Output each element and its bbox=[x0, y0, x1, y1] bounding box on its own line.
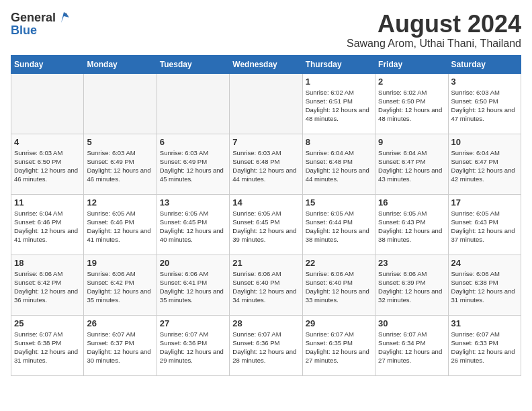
day-number: 18 bbox=[14, 258, 81, 268]
day-number: 23 bbox=[378, 258, 445, 268]
day-info: Sunrise: 6:04 AMSunset: 6:48 PMDaylight:… bbox=[306, 149, 369, 183]
table-row: 18 Sunrise: 6:06 AMSunset: 6:42 PMDaylig… bbox=[11, 255, 84, 315]
day-info: Sunrise: 6:06 AMSunset: 6:39 PMDaylight:… bbox=[378, 270, 442, 304]
logo-general: General bbox=[11, 11, 56, 24]
day-info: Sunrise: 6:07 AMSunset: 6:33 PMDaylight:… bbox=[451, 330, 515, 365]
day-number: 21 bbox=[232, 258, 299, 268]
calendar-subtitle: Sawang Arom, Uthai Thani, Thailand bbox=[347, 38, 521, 50]
day-number: 27 bbox=[160, 318, 226, 328]
table-row: 11 Sunrise: 6:04 AMSunset: 6:46 PMDaylig… bbox=[11, 194, 84, 255]
table-row: 8 Sunrise: 6:04 AMSunset: 6:48 PMDayligh… bbox=[302, 134, 375, 194]
day-number: 2 bbox=[378, 77, 445, 87]
table-row: 21 Sunrise: 6:06 AMSunset: 6:40 PMDaylig… bbox=[230, 255, 302, 315]
week-row-2: 4 Sunrise: 6:03 AMSunset: 6:50 PMDayligh… bbox=[11, 134, 521, 194]
day-info: Sunrise: 6:06 AMSunset: 6:40 PMDaylight:… bbox=[306, 270, 369, 304]
table-row: 13 Sunrise: 6:05 AMSunset: 6:45 PMDaylig… bbox=[157, 194, 229, 255]
header-wednesday: Wednesday bbox=[230, 55, 302, 73]
day-info: Sunrise: 6:05 AMSunset: 6:45 PMDaylight:… bbox=[232, 210, 296, 244]
table-row: 10 Sunrise: 6:04 AMSunset: 6:47 PMDaylig… bbox=[448, 134, 521, 194]
day-info: Sunrise: 6:07 AMSunset: 6:36 PMDaylight:… bbox=[160, 330, 224, 365]
day-info: Sunrise: 6:03 AMSunset: 6:50 PMDaylight:… bbox=[14, 149, 78, 183]
day-info: Sunrise: 6:02 AMSunset: 6:51 PMDaylight:… bbox=[306, 89, 369, 123]
table-row: 30 Sunrise: 6:07 AMSunset: 6:34 PMDaylig… bbox=[375, 315, 448, 375]
calendar-table: Sunday Monday Tuesday Wednesday Thursday… bbox=[11, 55, 521, 376]
day-info: Sunrise: 6:06 AMSunset: 6:41 PMDaylight:… bbox=[160, 270, 224, 304]
table-row: 23 Sunrise: 6:06 AMSunset: 6:39 PMDaylig… bbox=[375, 255, 448, 315]
table-row: 31 Sunrise: 6:07 AMSunset: 6:33 PMDaylig… bbox=[448, 315, 521, 375]
table-row bbox=[230, 73, 302, 134]
day-info: Sunrise: 6:03 AMSunset: 6:49 PMDaylight:… bbox=[160, 149, 224, 183]
day-number: 4 bbox=[14, 137, 81, 147]
table-row: 7 Sunrise: 6:03 AMSunset: 6:48 PMDayligh… bbox=[230, 134, 302, 194]
day-number: 3 bbox=[451, 77, 518, 87]
table-row: 24 Sunrise: 6:06 AMSunset: 6:38 PMDaylig… bbox=[448, 255, 521, 315]
day-number: 9 bbox=[378, 137, 445, 147]
calendar-title: August 2024 bbox=[347, 11, 521, 38]
header-saturday: Saturday bbox=[448, 55, 521, 73]
day-number: 16 bbox=[378, 197, 445, 208]
day-info: Sunrise: 6:05 AMSunset: 6:43 PMDaylight:… bbox=[451, 210, 515, 244]
week-row-1: 1 Sunrise: 6:02 AMSunset: 6:51 PMDayligh… bbox=[11, 73, 521, 134]
day-number: 29 bbox=[306, 318, 372, 328]
day-info: Sunrise: 6:05 AMSunset: 6:44 PMDaylight:… bbox=[306, 210, 369, 244]
header-tuesday: Tuesday bbox=[157, 55, 229, 73]
day-number: 6 bbox=[160, 137, 226, 147]
header: General Blue August 2024 Sawang Arom, Ut… bbox=[11, 11, 521, 50]
day-info: Sunrise: 6:05 AMSunset: 6:46 PMDaylight:… bbox=[87, 210, 150, 244]
day-number: 24 bbox=[451, 258, 518, 268]
table-row: 2 Sunrise: 6:02 AMSunset: 6:50 PMDayligh… bbox=[375, 73, 448, 134]
header-sunday: Sunday bbox=[11, 55, 84, 73]
day-info: Sunrise: 6:05 AMSunset: 6:45 PMDaylight:… bbox=[160, 210, 224, 244]
header-thursday: Thursday bbox=[302, 55, 375, 73]
table-row: 27 Sunrise: 6:07 AMSunset: 6:36 PMDaylig… bbox=[157, 315, 229, 375]
day-info: Sunrise: 6:07 AMSunset: 6:37 PMDaylight:… bbox=[87, 330, 150, 365]
day-info: Sunrise: 6:03 AMSunset: 6:49 PMDaylight:… bbox=[87, 149, 150, 183]
week-row-5: 25 Sunrise: 6:07 AMSunset: 6:38 PMDaylig… bbox=[11, 315, 521, 375]
day-number: 11 bbox=[14, 197, 81, 208]
logo: General Blue bbox=[11, 11, 71, 36]
table-row: 4 Sunrise: 6:03 AMSunset: 6:50 PMDayligh… bbox=[11, 134, 84, 194]
day-number: 30 bbox=[378, 318, 445, 328]
day-info: Sunrise: 6:03 AMSunset: 6:48 PMDaylight:… bbox=[232, 149, 296, 183]
day-number: 10 bbox=[451, 137, 518, 147]
day-number: 22 bbox=[306, 258, 372, 268]
day-number: 1 bbox=[306, 77, 372, 87]
table-row: 16 Sunrise: 6:05 AMSunset: 6:43 PMDaylig… bbox=[375, 194, 448, 255]
table-row: 5 Sunrise: 6:03 AMSunset: 6:49 PMDayligh… bbox=[84, 134, 157, 194]
week-row-3: 11 Sunrise: 6:04 AMSunset: 6:46 PMDaylig… bbox=[11, 194, 521, 255]
week-row-4: 18 Sunrise: 6:06 AMSunset: 6:42 PMDaylig… bbox=[11, 255, 521, 315]
table-row: 9 Sunrise: 6:04 AMSunset: 6:47 PMDayligh… bbox=[375, 134, 448, 194]
day-info: Sunrise: 6:06 AMSunset: 6:38 PMDaylight:… bbox=[451, 270, 515, 304]
day-info: Sunrise: 6:05 AMSunset: 6:43 PMDaylight:… bbox=[378, 210, 442, 244]
table-row: 6 Sunrise: 6:03 AMSunset: 6:49 PMDayligh… bbox=[157, 134, 229, 194]
day-info: Sunrise: 6:07 AMSunset: 6:38 PMDaylight:… bbox=[14, 330, 78, 365]
day-info: Sunrise: 6:06 AMSunset: 6:42 PMDaylight:… bbox=[14, 270, 78, 304]
day-number: 17 bbox=[451, 197, 518, 208]
table-row: 15 Sunrise: 6:05 AMSunset: 6:44 PMDaylig… bbox=[302, 194, 375, 255]
table-row: 28 Sunrise: 6:07 AMSunset: 6:36 PMDaylig… bbox=[230, 315, 302, 375]
day-info: Sunrise: 6:07 AMSunset: 6:35 PMDaylight:… bbox=[306, 330, 369, 365]
day-info: Sunrise: 6:03 AMSunset: 6:50 PMDaylight:… bbox=[451, 89, 515, 123]
table-row bbox=[11, 73, 84, 134]
table-row bbox=[84, 73, 157, 134]
day-number: 20 bbox=[160, 258, 226, 268]
day-number: 26 bbox=[87, 318, 153, 328]
day-number: 28 bbox=[232, 318, 299, 328]
table-row: 25 Sunrise: 6:07 AMSunset: 6:38 PMDaylig… bbox=[11, 315, 84, 375]
table-row: 3 Sunrise: 6:03 AMSunset: 6:50 PMDayligh… bbox=[448, 73, 521, 134]
day-number: 13 bbox=[160, 197, 226, 208]
day-number: 31 bbox=[451, 318, 518, 328]
table-row: 19 Sunrise: 6:06 AMSunset: 6:42 PMDaylig… bbox=[84, 255, 157, 315]
day-info: Sunrise: 6:07 AMSunset: 6:34 PMDaylight:… bbox=[378, 330, 442, 365]
day-number: 19 bbox=[87, 258, 153, 268]
table-row: 29 Sunrise: 6:07 AMSunset: 6:35 PMDaylig… bbox=[302, 315, 375, 375]
logo-icon bbox=[57, 11, 71, 24]
days-header-row: Sunday Monday Tuesday Wednesday Thursday… bbox=[11, 55, 521, 73]
day-number: 5 bbox=[87, 137, 153, 147]
day-number: 12 bbox=[87, 197, 153, 208]
title-area: August 2024 Sawang Arom, Uthai Thani, Th… bbox=[347, 11, 521, 50]
table-row: 12 Sunrise: 6:05 AMSunset: 6:46 PMDaylig… bbox=[84, 194, 157, 255]
table-row: 20 Sunrise: 6:06 AMSunset: 6:41 PMDaylig… bbox=[157, 255, 229, 315]
header-monday: Monday bbox=[84, 55, 157, 73]
day-info: Sunrise: 6:04 AMSunset: 6:47 PMDaylight:… bbox=[451, 149, 515, 183]
